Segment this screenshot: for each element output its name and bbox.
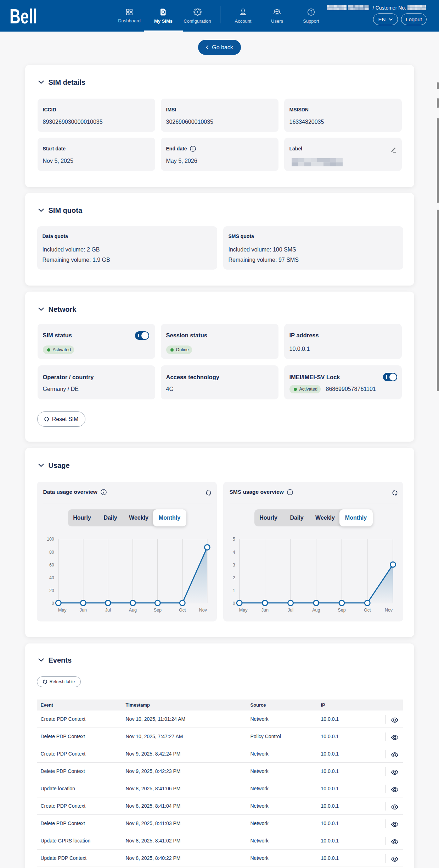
svg-text:?: ? xyxy=(310,10,313,15)
svg-text:20: 20 xyxy=(49,588,54,593)
svg-text:4: 4 xyxy=(232,550,235,555)
svg-text:May: May xyxy=(58,608,66,613)
svg-text:Nov: Nov xyxy=(384,608,393,613)
svg-text:Jul: Jul xyxy=(288,608,293,613)
svg-text:Jul: Jul xyxy=(105,608,111,613)
svg-text:Jun: Jun xyxy=(261,608,268,613)
svg-text:2: 2 xyxy=(232,575,235,580)
svg-text:5: 5 xyxy=(232,537,235,542)
svg-text:80: 80 xyxy=(49,550,54,555)
svg-text:1: 1 xyxy=(232,588,235,593)
svg-text:40: 40 xyxy=(49,575,54,580)
svg-text:May: May xyxy=(239,608,247,613)
svg-text:3: 3 xyxy=(232,563,235,568)
svg-text:Aug: Aug xyxy=(129,608,136,613)
svg-text:0: 0 xyxy=(51,601,54,606)
svg-text:Jun: Jun xyxy=(79,608,86,613)
svg-text:Sep: Sep xyxy=(338,608,345,613)
svg-text:Sep: Sep xyxy=(153,608,161,613)
svg-text:Oct: Oct xyxy=(364,608,371,613)
svg-text:100: 100 xyxy=(46,537,54,542)
svg-text:60: 60 xyxy=(49,563,54,568)
svg-text:Nov: Nov xyxy=(199,608,207,613)
svg-text:Oct: Oct xyxy=(179,608,186,613)
svg-text:Aug: Aug xyxy=(312,608,320,613)
svg-text:0: 0 xyxy=(232,601,235,606)
